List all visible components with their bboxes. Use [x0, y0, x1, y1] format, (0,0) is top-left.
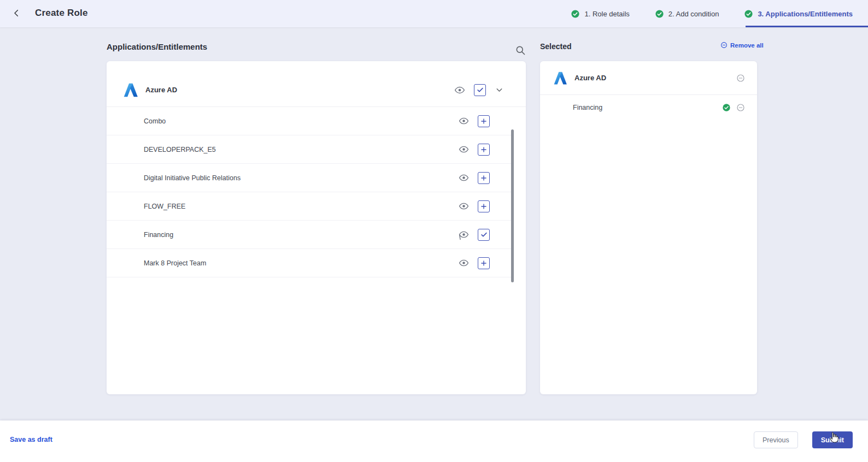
selected-entitlement-name: Financing: [573, 104, 602, 111]
entitlement-name: FLOW_FREE: [144, 203, 185, 210]
search-icon[interactable]: [514, 45, 526, 57]
minus-circle-icon: [720, 42, 728, 49]
header: Create Role 1. Role details 2. Add condi…: [0, 0, 868, 27]
applications-list-card: Azure AD Combo: [107, 61, 526, 394]
page-title: Create Role: [35, 8, 88, 19]
active-step-underline: [746, 26, 868, 27]
eye-icon[interactable]: [459, 201, 469, 211]
entitlement-row: FLOW_FREE: [107, 192, 512, 221]
step-label: 3. Applications/Entitlements: [758, 10, 853, 18]
eye-icon[interactable]: [459, 229, 469, 240]
step-applications-entitlements[interactable]: 3. Applications/Entitlements: [744, 9, 853, 19]
step-label: 2. Add condition: [668, 10, 719, 18]
back-icon: [11, 11, 21, 20]
remove-all-button[interactable]: Remove all: [720, 42, 764, 49]
add-entitlement-button[interactable]: [478, 200, 490, 212]
entitlement-row: Combo: [107, 107, 512, 135]
entitlement-row: DEVELOPERPACK_E5: [107, 135, 512, 164]
selected-entitlement-row: Financing: [540, 95, 757, 120]
eye-icon[interactable]: [459, 116, 469, 126]
add-entitlement-button[interactable]: [478, 257, 490, 269]
chevron-down-icon[interactable]: [495, 85, 504, 94]
selected-check-icon: [722, 103, 731, 112]
entitlement-checkbox[interactable]: [478, 229, 490, 241]
previous-button[interactable]: Previous: [754, 431, 798, 448]
eye-icon[interactable]: [454, 85, 465, 96]
eye-icon[interactable]: [459, 258, 469, 268]
step-complete-icon: [655, 9, 664, 19]
entitlement-row: Digital Initiative Public Relations: [107, 164, 512, 192]
footer: Save as draft Previous Submit: [0, 420, 868, 462]
step-role-details[interactable]: 1. Role details: [571, 9, 629, 19]
wizard-steps: 1. Role details 2. Add condition 3. Appl…: [571, 0, 853, 27]
entitlement-row: Financing: [107, 221, 512, 249]
azure-ad-logo-icon: [123, 82, 138, 98]
add-entitlement-button[interactable]: [478, 115, 490, 127]
entitlement-name: Mark 8 Project Team: [144, 259, 206, 267]
save-as-draft-link[interactable]: Save as draft: [10, 436, 52, 443]
step-add-condition[interactable]: 2. Add condition: [655, 9, 719, 19]
remove-application-icon[interactable]: [736, 74, 745, 82]
azure-ad-logo-icon: [553, 71, 567, 85]
entitlement-name: Financing: [144, 231, 173, 239]
add-entitlement-button[interactable]: [478, 172, 490, 184]
application-row-azure-ad: Azure AD: [107, 73, 526, 107]
left-panel-title: Applications/Entitlements: [107, 42, 207, 51]
selected-list-card: Azure AD Financing: [540, 61, 757, 394]
application-checkbox[interactable]: [474, 84, 486, 96]
selected-application-row: Azure AD: [540, 61, 757, 95]
step-complete-icon: [571, 9, 580, 19]
application-name: Azure AD: [145, 86, 177, 94]
step-label: 1. Role details: [584, 10, 629, 18]
add-entitlement-button[interactable]: [478, 144, 490, 156]
entitlement-name: Digital Initiative Public Relations: [144, 174, 241, 182]
remove-all-label: Remove all: [730, 42, 764, 49]
scrollbar[interactable]: [511, 129, 514, 282]
create-role-screen: Create Role 1. Role details 2. Add condi…: [0, 0, 868, 462]
back-button[interactable]: [10, 7, 23, 20]
entitlement-name: DEVELOPERPACK_E5: [144, 146, 216, 153]
eye-icon[interactable]: [459, 144, 469, 155]
remove-entitlement-icon[interactable]: [736, 103, 745, 112]
eye-icon[interactable]: [459, 173, 469, 183]
step-complete-icon: [744, 9, 753, 19]
selected-panel-title: Selected: [540, 42, 572, 51]
selected-application-name: Azure AD: [574, 74, 606, 82]
submit-button[interactable]: Submit: [812, 431, 853, 448]
entitlement-row: Mark 8 Project Team: [107, 249, 512, 277]
entitlement-name: Combo: [144, 117, 166, 125]
